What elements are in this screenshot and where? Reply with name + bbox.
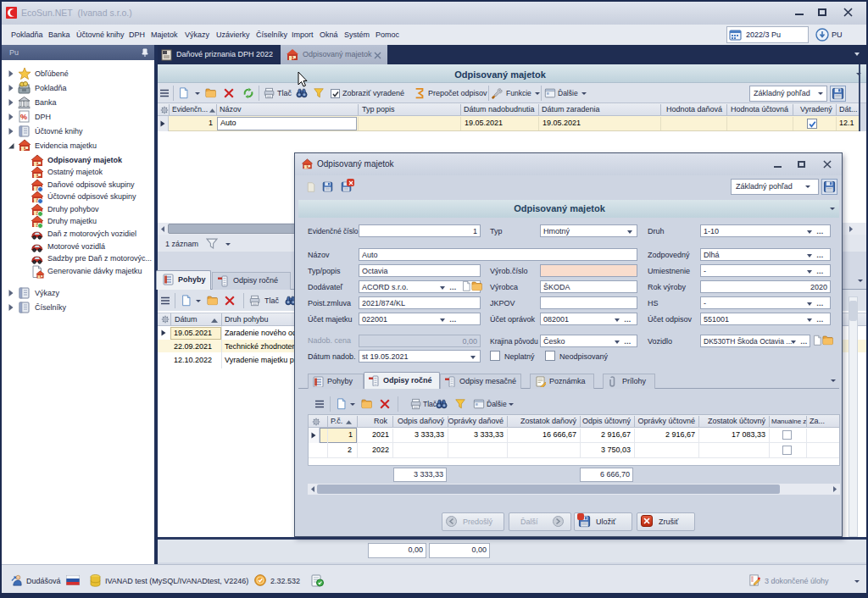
svg-text:50: 50 xyxy=(289,55,295,60)
